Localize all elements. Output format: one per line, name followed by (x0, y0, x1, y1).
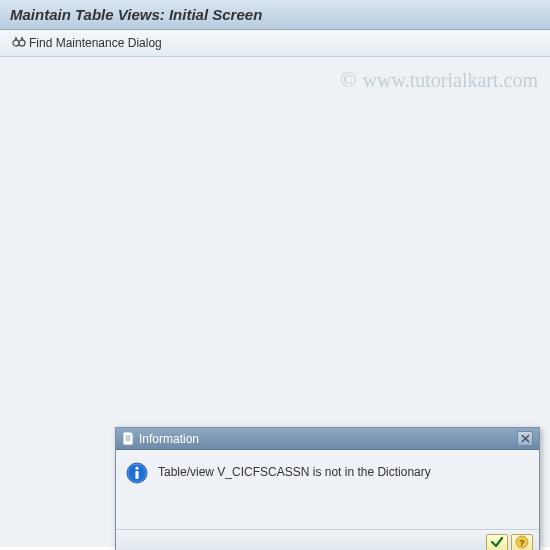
toolbar: Find Maintenance Dialog (0, 30, 550, 57)
info-icon (126, 462, 148, 484)
check-icon (490, 535, 504, 550)
find-maintenance-label: Find Maintenance Dialog (29, 36, 162, 50)
dialog-header[interactable]: Information (116, 428, 539, 450)
content-area: © www.tutorialkart.com Information (0, 57, 550, 547)
information-dialog: Information Table/view V_CICFSCASS (115, 427, 540, 550)
dialog-footer: ? (116, 530, 539, 550)
svg-rect-2 (124, 433, 132, 444)
watermark: © www.tutorialkart.com (340, 67, 538, 93)
help-button[interactable]: ? (511, 534, 533, 550)
find-maintenance-button[interactable]: Find Maintenance Dialog (8, 34, 166, 52)
dialog-message: Table/view V_CICFSCASSN is not in the Di… (158, 462, 431, 479)
svg-point-0 (13, 40, 19, 46)
dialog-body: Table/view V_CICFSCASSN is not in the Di… (116, 450, 539, 530)
dialog-header-left: Information (122, 432, 199, 446)
ok-button[interactable] (486, 534, 508, 550)
title-bar: Maintain Table Views: Initial Screen (0, 0, 550, 30)
binoculars-icon (12, 36, 26, 50)
svg-point-5 (135, 467, 138, 470)
document-icon (122, 432, 135, 445)
svg-rect-6 (135, 471, 138, 479)
svg-point-1 (19, 40, 25, 46)
svg-text:?: ? (519, 538, 525, 548)
close-icon (521, 433, 530, 445)
close-button[interactable] (517, 431, 533, 446)
dialog-title: Information (139, 432, 199, 446)
page-title: Maintain Table Views: Initial Screen (10, 6, 540, 23)
watermark-symbol: © (340, 67, 357, 93)
question-icon: ? (515, 535, 529, 550)
watermark-text: www.tutorialkart.com (363, 69, 538, 92)
